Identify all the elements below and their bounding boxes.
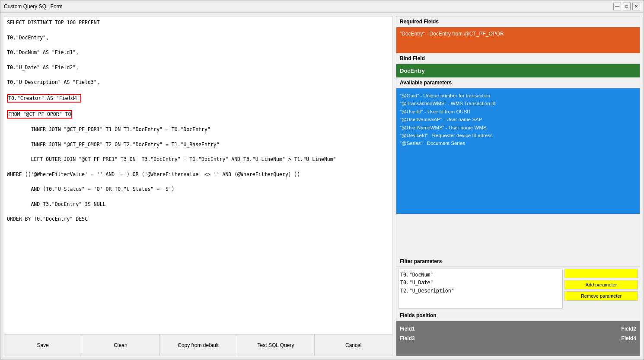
sql-line-11: WHERE (('@WhereFilterValue' = '' AND '='… <box>7 171 389 178</box>
sql-line-7: FROM "@CT_PF_OPOR" T0 <box>7 110 389 119</box>
save-button[interactable]: Save <box>4 334 82 356</box>
sql-line-1: SELECT DISTINCT TOP 100 PERCENT <box>7 19 389 26</box>
sql-line-4: T0."U_Date" AS "Field2", <box>7 64 389 71</box>
window-controls: — □ ✕ <box>613 3 640 10</box>
required-fields-content: "DocEntry" - DocEntry from @CT_PF_OPOR <box>396 27 640 53</box>
param-item-5: "@DeviceId" - Requester device Id adress <box>400 132 636 139</box>
filter-list-item-0: T0."DocNum" <box>400 271 561 279</box>
sql-line-10: LEFT OUTER JOIN "@CT_PF_PRE1" T3 ON T3."… <box>7 156 389 163</box>
param-item-0: "@Guid" - Unique number for transaction <box>400 92 636 100</box>
filter-input[interactable] <box>564 269 638 278</box>
bind-field-section: Bind Field DocEntry <box>396 53 640 77</box>
sql-editor[interactable]: SELECT DISTINCT TOP 100 PERCENT T0."DocE… <box>4 16 392 334</box>
required-fields-section: Required Fields "DocEntry" - DocEntry fr… <box>396 16 640 53</box>
right-panel: Required Fields "DocEntry" - DocEntry fr… <box>396 16 640 356</box>
minimize-button[interactable]: — <box>613 3 621 10</box>
left-panel: SELECT DISTINCT TOP 100 PERCENT T0."DocE… <box>4 16 392 356</box>
button-bar: Save Clean Copy from default Test SQL Qu… <box>4 334 392 356</box>
filter-params-section: Filter parameters T0."DocNum" T0."U_Date… <box>396 256 640 310</box>
param-item-3: "@UserNameSAP" - User name SAP <box>400 116 636 123</box>
fields-left: Field1 Field3 <box>400 325 415 343</box>
cancel-button[interactable]: Cancel <box>315 334 392 356</box>
filter-list[interactable]: T0."DocNum" T0."U_Date" T2."U_Descriptio… <box>398 269 563 309</box>
param-item-2: "@UserId" - User Id from OUSR <box>400 108 636 116</box>
highlighted-line: T0."Creator" AS "Field4" <box>7 94 81 103</box>
sql-line-13: AND T3."DocEntry" IS NULL <box>7 201 389 208</box>
close-button[interactable]: ✕ <box>632 3 640 10</box>
test-sql-query-button[interactable]: Test SQL Query <box>237 334 315 356</box>
window-title: Custom Query SQL Form <box>4 3 63 10</box>
sql-line-9: INNER JOIN "@CT_PF_OMOR" T2 ON T2."DocEn… <box>7 141 389 148</box>
field4-label: Field4 <box>621 334 636 344</box>
bind-field-header: Bind Field <box>396 53 640 64</box>
available-params-content: "@Guid" - Unique number for transaction … <box>396 88 640 214</box>
sql-line-6: T0."Creator" AS "Field4" <box>7 94 389 103</box>
fields-position-section: Fields position Field1 Field3 Field2 Fie… <box>396 310 640 356</box>
maximize-button[interactable]: □ <box>623 3 631 10</box>
copy-from-default-button[interactable]: Copy from default <box>159 334 237 356</box>
highlighted-line-2: FROM "@CT_PF_OPOR" T0 <box>7 110 72 119</box>
param-item-6: "@Series" - Document Series <box>400 139 636 147</box>
field3-label: Field3 <box>400 334 415 344</box>
field2-label: Field2 <box>621 325 636 334</box>
filter-list-item-2: T2."U_Description" <box>400 287 561 295</box>
field1-label: Field1 <box>400 325 415 334</box>
fields-position-header: Fields position <box>396 310 640 321</box>
sql-line-8: INNER JOIN "@CT_PF_POR1" T1 ON T1."DocEn… <box>7 126 389 133</box>
param-item-4: "@UserNameWMS" - User name WMS <box>400 124 636 132</box>
sql-line-3: T0."DocNum" AS "Field1", <box>7 49 389 56</box>
remove-parameter-button[interactable]: Remove parameter <box>564 291 638 301</box>
sql-line-2: T0."DocEntry", <box>7 34 389 42</box>
filter-params-header: Filter parameters <box>396 256 640 267</box>
main-window: Custom Query SQL Form — □ ✕ SELECT DISTI… <box>0 0 644 360</box>
available-params-section: Available parameters "@Guid" - Unique nu… <box>396 77 640 256</box>
sql-line-12: AND (T0."U_Status" = 'O' OR T0."U_Status… <box>7 186 389 193</box>
title-bar: Custom Query SQL Form — □ ✕ <box>0 0 644 13</box>
add-parameter-button[interactable]: Add parameter <box>564 280 638 289</box>
sql-line-5: T0."U_Description" AS "Field3", <box>7 79 389 86</box>
filter-list-item-1: T0."U_Date" <box>400 279 561 286</box>
filter-right-controls: Add parameter Remove parameter <box>564 269 638 309</box>
param-item-1: "@TransactionWMS" - WMS Transaction Id <box>400 100 636 107</box>
fields-position-content: Field1 Field3 Field2 Field4 <box>396 321 640 356</box>
bind-field-content: DocEntry <box>396 64 640 77</box>
available-params-header: Available parameters <box>396 77 640 88</box>
required-fields-header: Required Fields <box>396 16 640 27</box>
filter-params-content: T0."DocNum" T0."U_Date" T2."U_Descriptio… <box>396 267 640 310</box>
clean-button[interactable]: Clean <box>82 334 160 356</box>
fields-right: Field2 Field4 <box>621 325 636 343</box>
main-content: SELECT DISTINCT TOP 100 PERCENT T0."DocE… <box>0 13 644 360</box>
sql-line-14: ORDER BY T0."DocEntry" DESC <box>7 215 389 223</box>
